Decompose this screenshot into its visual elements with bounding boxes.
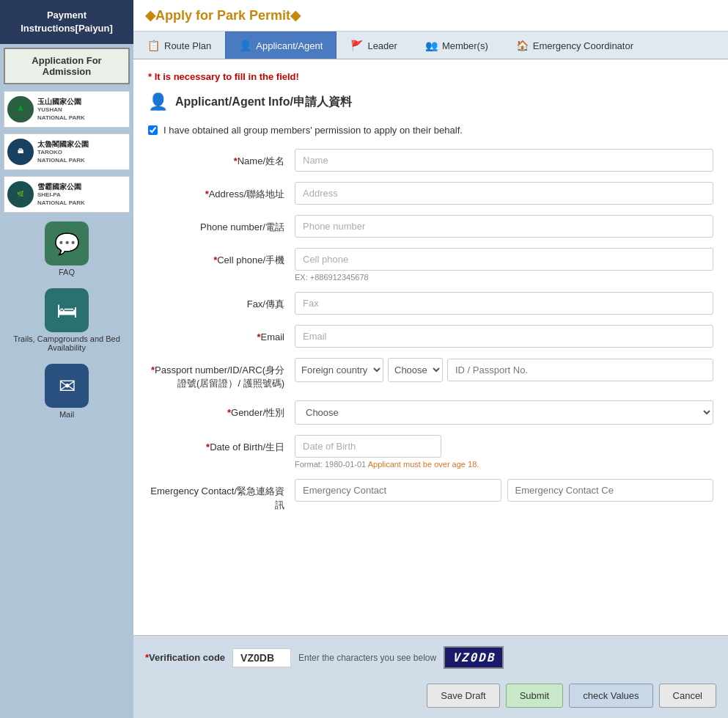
bottom-bar: *Verification code VZ0DB Enter the chara… — [133, 635, 728, 718]
section-header: 👤 Applicant/Agent Info/申請人資料 — [148, 92, 713, 111]
verification-code-display: VZ0DB — [232, 648, 291, 667]
tab-emergency-coordinator[interactable]: 🏠 Emergency Coordinator — [502, 32, 647, 59]
shei-pa-logo: 🌿 — [7, 181, 34, 208]
email-label: *Email — [148, 325, 295, 344]
leader-icon: 🚩 — [350, 40, 363, 51]
title-suffix: ◆ — [290, 8, 301, 23]
tabs-bar: 📋 Route Plan 👤 Applicant/Agent 🚩 Leader … — [133, 32, 728, 59]
mail-icon: ✉ — [45, 364, 89, 408]
tab-applicant-agent[interactable]: 👤 Applicant/Agent — [225, 32, 337, 59]
main-content: ◆Apply for Park Permit◆ 📋 Route Plan 👤 A… — [133, 0, 728, 718]
title-prefix: ◆ — [145, 8, 155, 23]
dob-row: *Date of Birth/生日 Format: 1980-01-01 App… — [148, 435, 713, 469]
dob-label: *Date of Birth/生日 — [148, 435, 295, 454]
cell-phone-label: *Cell phone/手機 — [148, 248, 295, 267]
save-draft-button[interactable]: Save Draft — [427, 684, 499, 708]
tab-members[interactable]: 👥 Member(s) — [411, 32, 502, 59]
cancel-button[interactable]: Cancel — [659, 684, 716, 708]
gender-label: *Gender/性別 — [148, 400, 295, 420]
passport-controls: Foreign country Choose — [295, 358, 713, 382]
country-select[interactable]: Foreign country — [295, 358, 383, 382]
sidebar-item-trails[interactable]: 🛏 Trails, Campgrounds and Bed Availabili… — [0, 288, 133, 352]
route-plan-icon: 📋 — [147, 40, 160, 51]
members-icon: 👥 — [425, 40, 438, 51]
yushan-logo: 🌲 — [7, 96, 34, 122]
sidebar-item-faq[interactable]: 💬 FAQ — [45, 221, 89, 276]
yushan-text: 玉山國家公園 YUSHAN NATIONAL PARK — [37, 97, 85, 122]
email-input-wrap — [295, 325, 713, 348]
check-values-button[interactable]: check Values — [569, 684, 652, 708]
name-input[interactable] — [295, 149, 713, 172]
cell-phone-input-wrap: EX: +886912345678 — [295, 248, 713, 282]
submit-button[interactable]: Submit — [506, 684, 563, 708]
address-input[interactable] — [295, 182, 713, 205]
name-input-wrap — [295, 149, 713, 172]
phone-input[interactable] — [295, 215, 713, 238]
captcha-image: VZ0DB — [444, 646, 504, 669]
mail-label: Mail — [59, 410, 74, 419]
passport-label: *Passport number/ID/ARC(身分證號(居留證）/ 護照號碼) — [148, 358, 295, 390]
shei-pa-text: 雪霸國家公園 SHEI-PA NATIONAL PARK — [37, 182, 85, 207]
emergency-contact-input-wrap — [295, 479, 713, 502]
cell-phone-row: *Cell phone/手機 EX: +886912345678 — [148, 248, 713, 282]
taroko-logo: 🏔 — [7, 139, 34, 165]
faq-label: FAQ — [59, 268, 75, 276]
dob-input-wrap: Format: 1980-01-01 Applicant must be ove… — [295, 435, 713, 469]
sidebar-item-shei-pa[interactable]: 🌿 雪霸國家公園 SHEI-PA NATIONAL PARK — [4, 176, 130, 213]
gender-select[interactable]: Choose — [295, 400, 713, 425]
permission-checkbox[interactable] — [148, 125, 158, 135]
passport-number-input[interactable] — [447, 359, 713, 381]
section-title: Applicant/Agent Info/申請人資料 — [175, 95, 352, 110]
captcha-enter-text: Enter the characters you see below — [298, 653, 436, 663]
email-input[interactable] — [295, 325, 713, 348]
sidebar-payment-button[interactable]: Payment Instructions[Paiyun] — [0, 0, 133, 44]
emergency-contact-cell-input[interactable] — [507, 479, 714, 502]
fax-label: Fax/傳真 — [148, 292, 295, 311]
emergency-contact-name-input[interactable] — [295, 479, 501, 502]
sidebar-item-taroko[interactable]: 🏔 太魯閣國家公園 TAROKO NATIONAL PARK — [4, 133, 130, 170]
phone-input-wrap — [295, 215, 713, 238]
permission-label: I have obtained all group members' permi… — [163, 125, 463, 136]
trails-icon: 🛏 — [45, 288, 89, 332]
dob-hint: Format: 1980-01-01 Applicant must be ove… — [295, 460, 713, 469]
name-row: *Name/姓名 — [148, 149, 713, 172]
taroko-text: 太魯閣國家公園 TAROKO NATIONAL PARK — [37, 139, 89, 164]
gender-input-wrap: Choose — [295, 400, 713, 425]
sidebar: Payment Instructions[Paiyun] Application… — [0, 0, 133, 718]
applicant-icon: 👤 — [239, 40, 251, 51]
title-text: Apply for Park Permit — [155, 8, 290, 23]
sidebar-item-mail[interactable]: ✉ Mail — [45, 364, 89, 419]
fax-input[interactable] — [295, 292, 713, 315]
cell-phone-hint: EX: +886912345678 — [295, 273, 713, 282]
cell-phone-input[interactable] — [295, 248, 713, 271]
phone-label: Phone number/電話 — [148, 215, 295, 234]
form-area: * It is necessary to fill in the field! … — [133, 59, 728, 635]
email-row: *Email — [148, 325, 713, 348]
tab-route-plan-label: Route Plan — [164, 40, 211, 51]
passport-type-select[interactable]: Choose — [388, 358, 443, 382]
page-title: ◆Apply for Park Permit◆ — [133, 0, 728, 32]
emergency-coordinator-icon: 🏠 — [516, 40, 529, 51]
fax-row: Fax/傳真 — [148, 292, 713, 315]
address-label: *Address/聯絡地址 — [148, 182, 295, 201]
verification-section: *Verification code VZ0DB Enter the chara… — [145, 646, 504, 669]
tab-emergency-coordinator-label: Emergency Coordinator — [533, 40, 633, 51]
emergency-contact-label: Emergency Contact/緊急連絡資訊 — [148, 479, 295, 511]
dob-input[interactable] — [295, 435, 441, 458]
phone-row: Phone number/電話 — [148, 215, 713, 238]
permission-row: I have obtained all group members' permi… — [148, 125, 713, 136]
required-note: * It is necessary to fill in the field! — [148, 71, 713, 82]
tab-leader-label: Leader — [367, 40, 397, 51]
passport-row: *Passport number/ID/ARC(身分證號(居留證）/ 護照號碼)… — [148, 358, 713, 390]
action-buttons: Save Draft Submit check Values Cancel — [427, 684, 716, 708]
tab-route-plan[interactable]: 📋 Route Plan — [133, 32, 225, 59]
fax-input-wrap — [295, 292, 713, 315]
tab-applicant-label: Applicant/Agent — [256, 40, 323, 51]
trails-label: Trails, Campgrounds and Bed Availability — [0, 334, 133, 352]
name-label: *Name/姓名 — [148, 149, 295, 168]
tab-leader[interactable]: 🚩 Leader — [337, 32, 411, 59]
sidebar-item-yushan[interactable]: 🌲 玉山國家公園 YUSHAN NATIONAL PARK — [4, 91, 130, 128]
verification-label: *Verification code — [145, 652, 225, 663]
sidebar-admission-button[interactable]: Application For Admission — [4, 48, 130, 84]
gender-row: *Gender/性別 Choose — [148, 400, 713, 425]
